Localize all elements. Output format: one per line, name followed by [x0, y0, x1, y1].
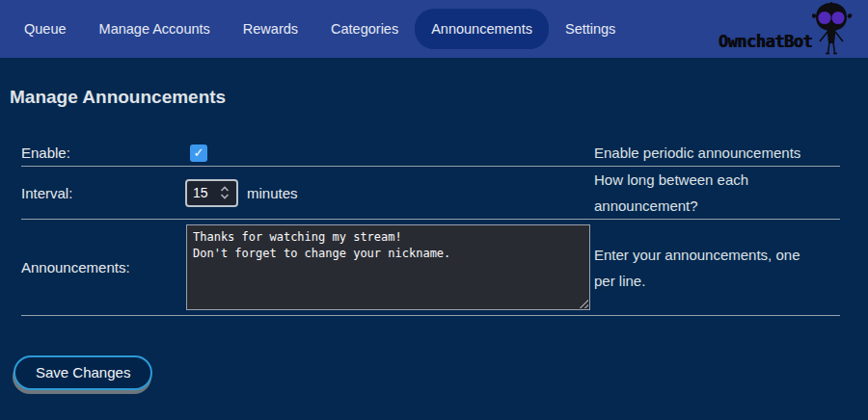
announcement-settings-table: Enable: ✓ Enable periodic announcements … — [21, 140, 840, 316]
logo-text: OwnchatBot — [719, 32, 812, 51]
interval-unit-label: minutes — [247, 185, 298, 201]
stepper-buttons — [220, 186, 230, 199]
interval-row: Interval: minutes — [21, 167, 840, 220]
stepper-up-button[interactable] — [220, 186, 230, 192]
announcements-row: Announcements: Thanks for watching my st… — [21, 220, 840, 316]
interval-help-text: How long between each announcement? — [594, 167, 814, 219]
nav-item-queue[interactable]: Queue — [8, 9, 83, 49]
interval-label: Interval: — [21, 185, 185, 201]
announcements-textarea[interactable]: Thanks for watching my stream! Don't for… — [186, 224, 590, 310]
top-nav: Queue Manage Accounts Rewards Categories… — [0, 0, 868, 58]
nav-item-settings[interactable]: Settings — [549, 9, 632, 49]
robot-icon — [812, 2, 854, 56]
announcements-help-text: Enter your announcements, one per line. — [594, 242, 814, 294]
enable-checkbox[interactable]: ✓ — [190, 144, 207, 162]
chevron-up-icon — [220, 186, 230, 192]
nav-item-manage-accounts[interactable]: Manage Accounts — [83, 9, 227, 49]
enable-help-text: Enable periodic announcements — [594, 140, 814, 166]
checkmark-icon: ✓ — [194, 145, 204, 160]
stepper-down-button[interactable] — [220, 194, 230, 199]
save-changes-button[interactable]: Save Changes — [14, 355, 152, 390]
nav-item-rewards[interactable]: Rewards — [227, 9, 314, 49]
page-title: Manage Announcements — [10, 87, 868, 108]
interval-input[interactable] — [187, 185, 219, 200]
chevron-down-icon — [220, 194, 230, 199]
nav-item-announcements[interactable]: Announcements — [415, 9, 549, 49]
announcements-label: Announcements: — [21, 259, 185, 276]
ownchatbot-logo[interactable]: OwnchatBot — [689, 0, 854, 58]
enable-row: Enable: ✓ Enable periodic announcements — [21, 140, 840, 167]
interval-stepper — [185, 179, 238, 207]
enable-label: Enable: — [21, 144, 185, 161]
nav-item-categories[interactable]: Categories — [314, 9, 415, 49]
